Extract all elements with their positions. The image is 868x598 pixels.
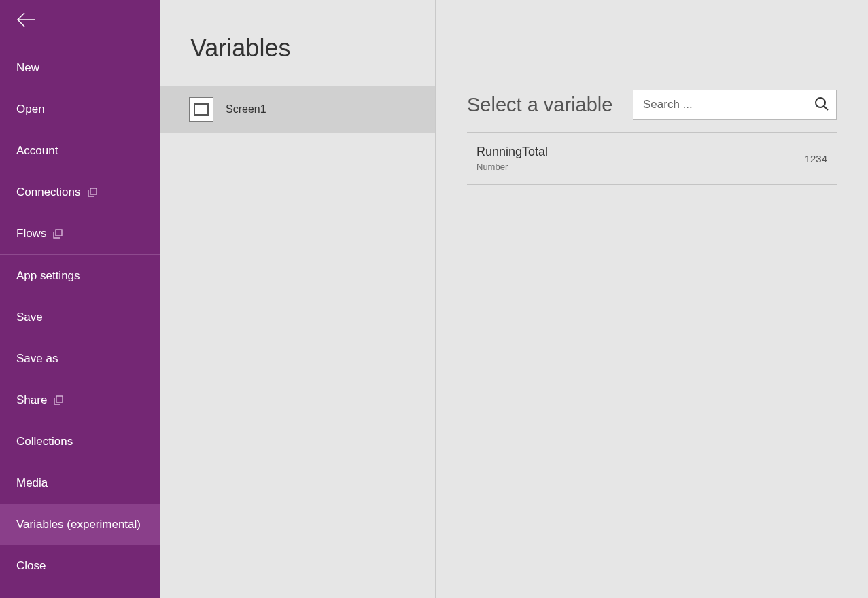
sidebar-item-label: Open [16, 103, 45, 116]
screens-panel-header: Variables [160, 0, 435, 86]
sidebar-item-flows[interactable]: Flows [0, 213, 160, 254]
sidebar-item-save-as[interactable]: Save as [0, 338, 160, 379]
variable-row[interactable]: RunningTotal Number 1234 [467, 133, 837, 185]
sidebar-item-label: New [16, 61, 39, 75]
screens-panel: Variables Screen1 [160, 0, 436, 598]
sidebar-item-share[interactable]: Share [0, 379, 160, 421]
sidebar-item-connections[interactable]: Connections [0, 171, 160, 213]
external-link-icon [54, 395, 63, 405]
sidebar-item-label: Save [16, 311, 43, 324]
svg-line-5 [824, 106, 829, 110]
variable-name: RunningTotal [476, 145, 548, 159]
sidebar-item-label: Collections [16, 435, 73, 448]
svg-rect-2 [56, 230, 62, 236]
sidebar-item-open[interactable]: Open [0, 88, 160, 130]
page-title: Variables [190, 34, 435, 63]
sidebar-item-label: Media [16, 476, 48, 490]
back-arrow-icon [16, 18, 35, 29]
svg-point-4 [816, 98, 825, 107]
variables-panel-header: Select a variable [467, 0, 837, 133]
screen-thumb-icon [189, 97, 213, 122]
screen-row-label: Screen1 [226, 103, 266, 116]
sidebar-item-label: Close [16, 559, 46, 573]
sidebar-item-label: Save as [16, 352, 58, 366]
sidebar-item-label: Account [16, 144, 58, 158]
sidebar-item-save[interactable]: Save [0, 296, 160, 338]
search-input[interactable] [643, 98, 814, 111]
variables-panel-title: Select a variable [467, 94, 612, 116]
variable-value: 1234 [805, 153, 827, 164]
sidebar-item-label: Flows [16, 227, 46, 241]
screen-row[interactable]: Screen1 [160, 86, 435, 133]
sidebar-item-collections[interactable]: Collections [0, 421, 160, 462]
sidebar-item-label: App settings [16, 269, 80, 283]
sidebar-item-account[interactable]: Account [0, 130, 160, 171]
sidebar-item-media[interactable]: Media [0, 462, 160, 504]
back-button[interactable] [0, 12, 160, 47]
sidebar-item-app-settings[interactable]: App settings [0, 255, 160, 296]
search-icon [814, 96, 829, 113]
sidebar-item-variables[interactable]: Variables (experimental) [0, 504, 160, 545]
external-link-icon [88, 188, 97, 197]
sidebar-item-label: Share [16, 393, 47, 407]
svg-rect-3 [56, 396, 63, 402]
sidebar-item-close[interactable]: Close [0, 545, 160, 586]
variable-type: Number [476, 162, 548, 172]
external-link-icon [53, 229, 63, 239]
search-box[interactable] [633, 90, 837, 120]
variables-panel: Select a variable RunningTotal Number 12… [436, 0, 868, 598]
sidebar-item-label: Connections [16, 186, 81, 199]
sidebar-item-label: Variables (experimental) [16, 518, 141, 531]
sidebar: New Open Account Connections Flows App s… [0, 0, 160, 598]
variable-row-info: RunningTotal Number [476, 145, 548, 172]
svg-rect-1 [90, 188, 97, 194]
sidebar-item-new[interactable]: New [0, 47, 160, 88]
